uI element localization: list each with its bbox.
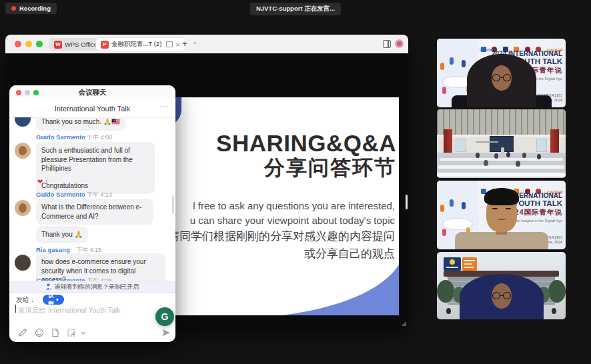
grammarly-badge[interactable]: G bbox=[155, 307, 174, 326]
tab-list-chevron-icon[interactable]: ⌄ bbox=[192, 38, 197, 45]
student-head bbox=[537, 154, 541, 159]
text-caret bbox=[15, 305, 16, 313]
student-head bbox=[516, 161, 520, 167]
slide-body-en-1: l free to ask any questions you are inte… bbox=[168, 199, 395, 213]
send-to-row: 发给： 会议群聊 ▾ bbox=[16, 295, 36, 305]
desk-row bbox=[438, 165, 564, 169]
recording-indicator: Recording bbox=[5, 3, 57, 14]
chat-titlebar: 会议聊天 bbox=[9, 85, 175, 99]
pen-icon[interactable] bbox=[18, 328, 27, 337]
avatar bbox=[15, 255, 31, 271]
sender-name: Ria gasang bbox=[36, 246, 70, 253]
message-text: Congratulations bbox=[41, 181, 149, 191]
heart-icon: ❤ bbox=[37, 178, 43, 185]
student-head bbox=[494, 153, 498, 159]
video-tile-classroom[interactable] bbox=[437, 109, 566, 178]
new-tab-button[interactable]: + bbox=[182, 39, 187, 49]
send-icon[interactable] bbox=[161, 328, 171, 337]
chat-bubble: What is the Difference between e-Commerc… bbox=[36, 199, 153, 225]
sidebar-toggle-icon[interactable] bbox=[383, 40, 391, 48]
screenshot-icon[interactable] bbox=[67, 328, 76, 337]
message-reaction[interactable]: ❤ 1 bbox=[37, 178, 48, 185]
slide-title-en: SHARING&Q&A bbox=[216, 131, 396, 156]
chat-scrollbar-thumb[interactable] bbox=[172, 196, 174, 213]
tab-presentation-doc[interactable]: P 金融职院青...T (2) × bbox=[96, 38, 185, 51]
resize-corner-handle[interactable] bbox=[402, 321, 406, 326]
student-head bbox=[484, 160, 488, 166]
emoji-icon[interactable] bbox=[35, 328, 44, 337]
chat-bubble: Such a enthusiastic and full of pleasure… bbox=[36, 142, 155, 194]
slide-title: SHARING&Q&A 分享问答环节 bbox=[216, 131, 396, 180]
university-logo-navy bbox=[444, 257, 461, 271]
participant-hijab bbox=[460, 274, 544, 319]
tab-close-icon[interactable]: × bbox=[175, 41, 179, 49]
account-avatar[interactable] bbox=[395, 39, 404, 48]
tab-window-icon[interactable] bbox=[166, 41, 173, 47]
participant-hair bbox=[484, 188, 519, 205]
chat-bubble: Thank you 🙏 bbox=[36, 226, 88, 243]
wps-titlebar: W WPS Office P 金融职院青...T (2) × + ⌄ bbox=[5, 35, 408, 54]
chat-message-list[interactable]: Thank you so much. 🙏🇲🇾 Guido Sarmento 下午… bbox=[9, 117, 175, 281]
desktop: Recording NJVTC-support 正在发言... W WPS Of… bbox=[0, 0, 591, 364]
classroom-ceiling bbox=[437, 109, 566, 136]
student-head bbox=[506, 152, 510, 157]
chat-window-title: 会议聊天 bbox=[9, 88, 175, 97]
chat-message-input[interactable] bbox=[17, 305, 153, 315]
glasses-icon bbox=[492, 292, 511, 299]
participant-hijab bbox=[467, 54, 536, 107]
toolbar-chevron-icon[interactable] bbox=[80, 328, 87, 337]
send-to-selector[interactable]: 会议群聊 ▾ bbox=[43, 295, 64, 305]
avatar bbox=[15, 143, 31, 159]
wps-logo-icon: W bbox=[54, 41, 62, 49]
notice-text: 谁能看到你的消息？录制已开启 bbox=[55, 283, 139, 291]
chat-room-title: International Youth Talk bbox=[9, 105, 175, 113]
recording-label: Recording bbox=[19, 5, 51, 12]
avatar bbox=[15, 117, 31, 127]
file-icon[interactable] bbox=[51, 328, 60, 337]
slide-body-en-2: u can share your viewpoint about today's… bbox=[168, 213, 395, 228]
chevron-down-icon: ▾ bbox=[56, 297, 59, 303]
standing-presenter bbox=[501, 147, 504, 154]
minimize-window-button[interactable] bbox=[25, 41, 32, 47]
zoom-window-button[interactable] bbox=[36, 41, 43, 47]
student-head bbox=[522, 153, 526, 158]
ppt-file-icon: P bbox=[101, 41, 109, 49]
tree bbox=[437, 280, 454, 303]
video-tile-speaker-1[interactable]: CAISEP GO STUDY 2024 INTERNATIONAL YOUTH… bbox=[437, 39, 566, 107]
desk-row bbox=[437, 173, 566, 177]
message-time: 下午 4:00 bbox=[87, 133, 112, 142]
slide-body-text: l free to ask any questions you are inte… bbox=[168, 199, 395, 263]
send-to-label: 发给： bbox=[16, 296, 36, 303]
close-window-button[interactable] bbox=[15, 41, 21, 47]
video-tile-speaker-3[interactable] bbox=[437, 252, 566, 319]
reaction-count: 1 bbox=[45, 179, 48, 185]
sender-name: Guido Sarmento bbox=[36, 191, 85, 198]
chat-room-bar: International Youth Talk ··· bbox=[9, 99, 175, 118]
tab-wps-home-label: WPS Office bbox=[65, 41, 97, 48]
bollard bbox=[552, 308, 556, 314]
active-speaker-label: NJVTC-support 正在发言... bbox=[256, 5, 335, 13]
chat-bubble: Thank you so much. 🙏🇲🇾 bbox=[36, 117, 125, 131]
student-head bbox=[476, 153, 480, 158]
slide-body-zh-1: 请同学们根据刚刚的分享对感兴趣的内容提问 bbox=[168, 228, 395, 245]
banner-line bbox=[476, 141, 498, 143]
slide-wave-decoration bbox=[282, 261, 399, 315]
wps-scrollbar-thumb[interactable] bbox=[406, 195, 408, 209]
desk-row bbox=[440, 158, 563, 161]
glasses-icon bbox=[492, 74, 511, 81]
message-text: Such a enthusiastic and full of pleasure… bbox=[41, 146, 149, 173]
bollard bbox=[446, 308, 451, 314]
tree bbox=[548, 280, 566, 303]
meeting-chat-window: 会议聊天 International Youth Talk ··· Thank … bbox=[9, 85, 175, 342]
sender-name: Guido Sarmento bbox=[36, 133, 85, 141]
chat-more-icon[interactable]: ··· bbox=[159, 102, 169, 110]
chat-visibility-notice: 谁能看到你的消息？录制已开启 bbox=[9, 281, 175, 293]
active-speaker-banner: NJVTC-support 正在发言... bbox=[250, 3, 341, 15]
tab-presentation-label: 金融职院青...T (2) bbox=[111, 40, 161, 49]
window-left bbox=[456, 139, 466, 152]
slide-title-zh: 分享问答环节 bbox=[216, 156, 396, 180]
university-logo-orange bbox=[462, 257, 477, 271]
recording-dot-icon bbox=[11, 6, 16, 11]
tab-wps-home[interactable]: W WPS Office bbox=[49, 38, 102, 51]
video-tile-speaker-2[interactable]: CAISEP 2024 INTERNATIONAL YOUTH TALK 202… bbox=[437, 181, 566, 249]
